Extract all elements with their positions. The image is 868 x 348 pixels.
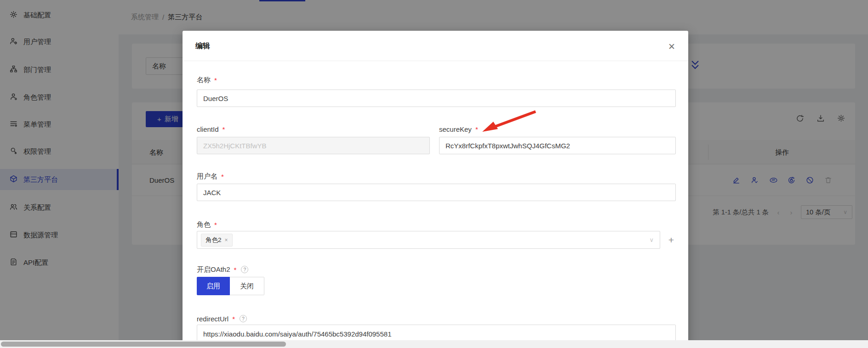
chevron-down-icon: ∨ [649, 236, 654, 243]
role-add-button[interactable]: + [664, 231, 678, 249]
red-annotation-arrow [477, 109, 541, 137]
redirecturl-field-label: redirectUrl* ? [197, 314, 247, 324]
scrollbar-thumb[interactable] [1, 342, 286, 347]
modal-title: 编辑 [195, 31, 210, 61]
oauth-disable-button[interactable]: 关闭 [230, 277, 264, 295]
securekey-field-label: secureKey* [439, 124, 478, 134]
required-asterisk: * [234, 266, 237, 274]
role-field-label: 角色* [197, 219, 217, 230]
username-field-label: 用户名* [197, 171, 224, 181]
required-asterisk: * [221, 173, 224, 180]
app-root: 系统管理 / 第三方平台 基础配置用户管理部门管理角色管理菜单管理权限管理第三方… [0, 0, 868, 348]
oauth-field-label: 开启OAth2* ? [197, 264, 248, 275]
name-input[interactable]: DuerOS [197, 90, 676, 107]
username-input[interactable]: JACK [197, 184, 676, 201]
horizontal-scrollbar[interactable] [0, 340, 868, 348]
required-asterisk: * [232, 315, 235, 323]
edit-modal: 编辑 ✕ 名称* DuerOS clientId* ZX5h2HjCKtTBfw… [183, 31, 688, 348]
required-asterisk: * [475, 125, 478, 133]
help-question-icon[interactable]: ? [240, 315, 247, 322]
close-icon[interactable]: ✕ [663, 38, 680, 55]
required-asterisk: * [214, 76, 217, 84]
required-asterisk: * [223, 125, 225, 133]
tag-remove-icon[interactable]: × [225, 237, 228, 243]
role-multiselect[interactable]: 角色2 × ∨ [197, 231, 660, 249]
clientid-field-label: clientId* [197, 124, 225, 134]
securekey-input[interactable]: RcYx8rfCkpfxT8pxwtJwhSQJ4GfCsMG2 [439, 137, 676, 154]
required-asterisk: * [214, 221, 217, 229]
help-question-icon[interactable]: ? [241, 266, 248, 273]
clientid-input: ZX5h2HjCKtTBfwYB [197, 137, 430, 154]
modal-header: 编辑 ✕ [183, 31, 688, 61]
name-field-label: 名称* [197, 75, 217, 85]
role-tag: 角色2 × [201, 234, 233, 247]
oauth-enable-button[interactable]: 启用 [197, 277, 230, 295]
